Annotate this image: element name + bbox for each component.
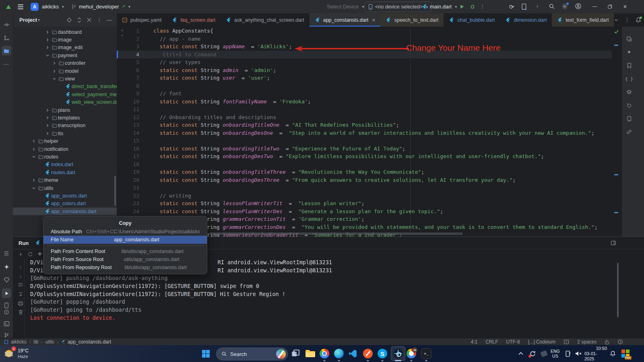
tree-item-helper[interactable]: helper [13,137,117,145]
menu-item-absolute-path[interactable]: Absolute Path Ctrl+Shift+C C:\Users\Admi… [43,228,207,236]
more-options-icon[interactable]: ⋮ [97,17,102,23]
soft-wrap-icon[interactable] [16,282,25,287]
more-tool-windows-icon[interactable]: ⋯ [2,59,11,69]
line-number[interactable]: 19 [117,168,146,176]
line-number[interactable]: 4 [117,51,146,59]
settings-icon[interactable] [561,3,568,10]
editor-tab[interactable]: faq_screen.dart [167,13,221,27]
line-number[interactable]: 12 [117,113,146,121]
android-studio-button[interactable] [391,345,405,362]
line-number[interactable]: 2 [117,35,146,43]
tree-item-payment[interactable]: payment [13,51,117,59]
tree-item-select_payment_method[interactable]: select_payment_method [13,90,117,98]
terminal-tool-icon[interactable] [2,319,11,329]
console-scrollbar[interactable] [617,263,619,317]
commit-icon[interactable] [2,20,11,29]
more-run-actions-icon[interactable]: ⋮ [480,3,485,9]
line-number[interactable]: 24 [117,208,146,216]
tree-item-index.dart[interactable]: index.dart [13,161,117,169]
chrome-profile-button[interactable]: M [407,345,416,362]
layers-icon[interactable] [624,87,634,97]
weather-widget[interactable]: 1 19°C Haze [3,345,29,362]
office-app-button[interactable]: PRE [621,345,630,362]
line-number[interactable]: 6 [117,66,146,74]
start-button[interactable] [202,345,210,362]
indent-size[interactable]: 2 spaces [577,339,597,345]
main-menu-icon[interactable] [18,4,23,9]
minimize-button[interactable] [587,0,602,13]
select-device-label[interactable]: Select Device▾ [327,4,364,10]
line-number[interactable]: 11 [117,105,146,113]
line-number[interactable]: 9 [117,90,146,98]
hot-reload-console-icon[interactable] [16,251,25,257]
line-number[interactable]: 13 [117,121,146,129]
expand-collapse-icon[interactable] [77,17,82,23]
language-indicator[interactable]: ENGUS [551,345,560,362]
device-manager-icon[interactable] [624,114,634,123]
line-number[interactable]: 7 [117,74,146,82]
reader-mode-icon[interactable] [564,339,569,344]
bing-daily-icon[interactable] [276,349,286,359]
breadcrumb-item[interactable]: aiklicks [11,339,27,345]
run-tool-icon[interactable] [2,288,11,298]
terminal-button[interactable]: >_ [421,345,431,362]
project-folder-icon[interactable] [2,46,11,56]
up-stack-trace-icon[interactable]: ↑ [16,264,25,270]
menu-item-file-name[interactable]: File Name app_constansts.dart [43,236,207,244]
line-number[interactable]: 10 [117,98,146,106]
line-number[interactable]: 18 [117,160,146,169]
editor-tab[interactable]: chat_bubble.dart [444,13,500,27]
editor-tab[interactable]: ask_anything_chat_screen.dart [221,13,310,27]
ai-assistant-icon[interactable] [624,47,634,57]
tree-scrollbar[interactable] [114,176,116,206]
line-number[interactable]: 23 [117,200,146,208]
editor-tab[interactable]: speech_to_text.dart [380,13,444,27]
line-separator[interactable]: CRLF [485,339,498,345]
tree-item-app_assets.dart[interactable]: app_assets.dart [13,192,117,200]
phone-link-icon[interactable] [564,345,571,362]
breadcrumb[interactable]: aiklicks› lib› utils› app_constansts.dar… [0,339,111,345]
file-explorer-button[interactable] [305,345,316,362]
line-number[interactable]: 14 [117,129,146,137]
breadcrumb-item[interactable]: app_constansts.dart [68,339,111,345]
braces-icon[interactable]: { } [624,74,634,84]
tree-item-routes[interactable]: routes [13,153,117,160]
hidden-tabs-icon[interactable] [614,18,619,23]
search-everywhere-icon[interactable] [549,3,555,10]
code-editor[interactable]: 1 class AppConstants{ 2 // app - name 3 … [117,27,612,237]
copy-stack-icon[interactable] [624,34,634,44]
line-number[interactable]: 22 [117,192,146,200]
notifications-status-icon[interactable] [617,339,623,345]
scroll-to-end-icon[interactable] [16,292,25,297]
line-number[interactable]: 8 [117,82,146,90]
project-switcher[interactable]: aiklicks▾ [42,4,64,10]
breadcrumb-item[interactable]: utils [45,339,54,345]
branch-switcher[interactable]: mehul_developer ↗ ▾ [71,4,130,10]
services-icon[interactable] [2,249,11,258]
line-number[interactable]: 21 [117,184,146,192]
project-panel-title[interactable]: Project [19,17,37,23]
editor-tab[interactable]: app_constansts.dart× [310,13,381,27]
codeium-status[interactable]: {…} Codeium [528,339,555,345]
chrome-button[interactable] [320,345,329,362]
tree-item-notification[interactable]: notification [13,145,117,153]
tree-item-image_edit[interactable]: image_edit [13,44,117,51]
edge-button[interactable] [334,345,344,362]
locate-file-icon[interactable] [66,17,72,23]
account-icon[interactable] [575,3,582,10]
device-mirroring-icon[interactable] [521,3,527,10]
line-number[interactable]: 5 [117,58,146,66]
tree-item-controller[interactable]: controller [13,60,117,67]
horizontal-scrollbar[interactable] [209,232,463,235]
layout-settings-icon[interactable] [611,240,616,246]
editor-tab[interactable]: dimension.dart [500,13,552,27]
line-number[interactable]: 15 [117,137,146,145]
vscode-button[interactable] [349,345,357,362]
caret-position[interactable]: 4:1 [471,339,478,345]
profiler-icon[interactable] [508,3,515,10]
favorites-icon[interactable] [624,61,634,70]
close-tab-icon[interactable]: × [372,17,375,23]
tree-item-dashboard[interactable]: dashboard [13,28,117,36]
run-button[interactable] [459,4,465,10]
taskbar-search[interactable]: Search [216,348,288,360]
